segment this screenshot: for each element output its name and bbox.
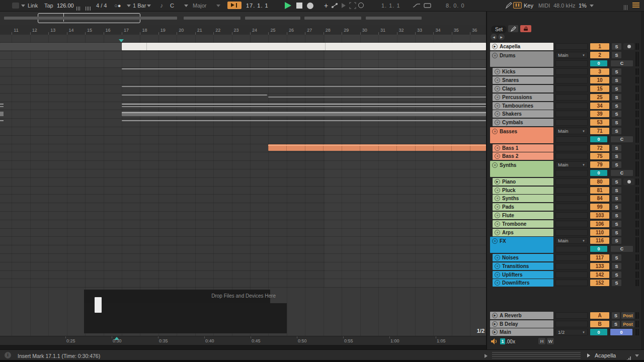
tempo-field[interactable]: 126.00 (57, 3, 74, 9)
solo-button[interactable]: S (612, 312, 620, 319)
fold-circle-icon[interactable]: ≡ (495, 213, 500, 218)
view-chevron-down-icon[interactable] (21, 5, 25, 7)
bar-number[interactable]: 24 (252, 28, 257, 33)
track-name-piano[interactable]: ▶Piano (493, 178, 553, 186)
fold-circle-icon[interactable]: ≡ (495, 111, 500, 117)
bar-number[interactable]: 19 (160, 28, 166, 33)
track-name-noises[interactable]: ≡Noises (493, 254, 553, 261)
io-box[interactable] (555, 212, 588, 219)
track-name-arps[interactable]: ≡Arps (493, 229, 553, 236)
clip-shakers[interactable] (122, 112, 486, 116)
track-name-snares[interactable]: ≡Snares (493, 76, 553, 84)
io-box[interactable] (555, 195, 588, 202)
fold-circle-icon[interactable]: ≡ (495, 69, 500, 74)
fold-circle-icon[interactable]: ≡ (495, 272, 500, 278)
solo-button[interactable]: S (612, 263, 621, 269)
bar-number[interactable]: 28 (326, 28, 331, 33)
clip-percussions-a[interactable] (122, 95, 267, 96)
track-name-flute[interactable]: ≡Flute (493, 212, 553, 219)
track-number-box[interactable]: 10 (590, 77, 609, 83)
solo-button[interactable]: S (612, 321, 620, 327)
loop-switch-icon[interactable] (424, 3, 432, 9)
track-name-fx[interactable]: ≡FX (490, 237, 553, 253)
io-box[interactable] (555, 145, 588, 151)
track-number-box[interactable]: 25 (590, 94, 609, 101)
track-number-box[interactable]: 142 (590, 272, 609, 278)
io-box[interactable] (555, 187, 588, 194)
bar-number[interactable]: 18 (142, 28, 147, 33)
track-number-box[interactable]: 106 (590, 221, 609, 227)
fold-circle-icon[interactable]: ≡ (495, 280, 500, 286)
track-number-box[interactable]: 1 (590, 43, 609, 50)
quantize-menu[interactable]: 1 Bar (133, 3, 146, 9)
solo-button[interactable]: S (612, 195, 621, 202)
solo-button[interactable]: S (612, 161, 621, 168)
arm-record-button[interactable] (623, 178, 634, 185)
io-box[interactable] (555, 272, 588, 278)
solo-button[interactable]: S (612, 187, 621, 194)
tap-tempo-button[interactable]: Tap (44, 3, 53, 9)
cpu-chevron-down-icon[interactable] (590, 5, 594, 7)
bar-number[interactable]: 33 (417, 28, 422, 33)
bar-number[interactable]: 30 (362, 28, 367, 33)
clip-tambourines-a[interactable] (122, 104, 486, 105)
bar-number[interactable]: 11 (14, 28, 18, 33)
play-circle-icon[interactable]: ▶ (492, 321, 498, 327)
return-track-a[interactable]: ▶A Reverb (490, 312, 553, 319)
clip-acapella-pre-insert[interactable] (0, 43, 121, 50)
arm-record-button[interactable] (623, 43, 634, 50)
level-bars-icon[interactable] (627, 352, 631, 358)
automation-mode-icon[interactable] (331, 3, 339, 9)
fold-circle-icon[interactable]: ≡ (495, 196, 500, 201)
crossfade-value-box[interactable]: 0 (590, 246, 607, 252)
fold-circle-icon[interactable]: ≡ (492, 238, 498, 244)
io-routing-dropdown[interactable]: Main▼ (555, 52, 588, 58)
solo-button[interactable]: S (612, 204, 621, 210)
bar-number[interactable]: 21 (197, 28, 202, 33)
io-box[interactable] (555, 136, 588, 143)
hamburger-menu-icon[interactable] (632, 3, 639, 8)
main-volume-box[interactable]: 0 (590, 329, 607, 335)
io-box[interactable] (555, 111, 588, 117)
io-routing-dropdown[interactable]: Main▼ (555, 128, 588, 134)
solo-button[interactable]: S (612, 145, 621, 151)
time-ruler[interactable]: 0:250:300:350:400:450:500:551:001:05 (0, 336, 486, 345)
back-arrow-button[interactable]: ◀ (491, 34, 497, 40)
track-name-bass-1[interactable]: ≡Bass 1 (493, 144, 553, 152)
metronome-icon[interactable]: ○● (114, 3, 121, 9)
fold-circle-icon[interactable]: ≡ (492, 53, 498, 58)
solo-button[interactable]: S (612, 52, 621, 58)
track-number-box[interactable]: 75 (590, 153, 609, 159)
io-box[interactable] (555, 85, 588, 92)
play-button[interactable] (285, 2, 291, 9)
io-box[interactable] (555, 263, 588, 269)
track-name-percussions[interactable]: ≡Percussions (493, 94, 553, 101)
draw-mode-pencil-icon[interactable] (505, 2, 512, 9)
fold-circle-icon[interactable]: ≡ (495, 95, 500, 100)
track-height-button[interactable]: H (538, 338, 545, 344)
bar-number[interactable]: 23 (234, 28, 239, 33)
track-name-bass-2[interactable]: ≡Bass 2 (493, 152, 553, 160)
crossfade-value-box[interactable]: 0 (590, 60, 607, 66)
io-box[interactable] (555, 94, 588, 101)
section-chevron-down-icon[interactable] (216, 5, 220, 7)
track-number-box[interactable]: 117 (590, 254, 609, 261)
track-width-button[interactable]: W (547, 338, 554, 344)
io-box[interactable] (555, 60, 588, 67)
dragged-clip-ghost[interactable] (95, 297, 102, 313)
play-circle-icon[interactable]: ▶ (495, 179, 500, 185)
arrangement-position-display[interactable]: 17. 1. 1 (246, 3, 277, 9)
track-number-box[interactable]: 15 (590, 85, 609, 92)
solo-button[interactable]: S (612, 128, 621, 134)
bar-number[interactable]: 20 (179, 28, 184, 33)
track-name-synths[interactable]: ≡Synths (493, 195, 553, 202)
playback-speed-lead[interactable]: 1 (500, 338, 505, 344)
track-number-box[interactable]: 72 (590, 145, 609, 151)
track-number-box[interactable]: 99 (590, 204, 609, 210)
io-routing-dropdown[interactable]: Main▼ (555, 237, 588, 244)
main-track[interactable]: ▶Main (490, 328, 553, 336)
reenable-automation-icon[interactable] (342, 3, 346, 8)
solo-button[interactable]: S (612, 221, 621, 227)
track-name-cymbals[interactable]: ≡Cymbals (493, 119, 553, 126)
return-track-b[interactable]: ▶B Delay (490, 320, 553, 328)
